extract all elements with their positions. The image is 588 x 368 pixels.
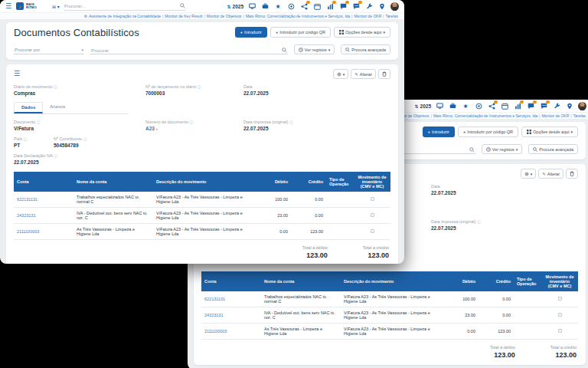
user-avatar[interactable] <box>390 2 399 11</box>
share-network-icon[interactable] <box>300 2 308 10</box>
field-data: Data 22.07.2025 <box>243 84 390 96</box>
apps-grid-selector[interactable]: ⊞ ▾ <box>52 4 60 9</box>
info-icon[interactable]: ⓘ <box>198 84 201 89</box>
chat-bubble-icon[interactable] <box>527 102 534 110</box>
alterar-button[interactable]: ✎ Alterar <box>538 169 564 179</box>
movements-table: Conta Nome da conta Descrição do movimen… <box>201 271 578 340</box>
search-plus-icon <box>533 147 537 152</box>
totals: Total a débito 123.00 Total a crédito 12… <box>201 345 578 359</box>
record-options-button[interactable]: ▾ <box>333 69 349 79</box>
tab-dados[interactable]: Dados <box>14 102 43 113</box>
briefcase-icon[interactable] <box>449 102 456 110</box>
search-icon[interactable] <box>469 147 475 153</box>
quicklinks-bar: ⚙ Assistente de Integração na Contabilid… <box>0 12 404 19</box>
forum-icon[interactable] <box>352 2 360 10</box>
quicklink-empresa[interactable]: Mais Ritmo, Comercialização de Instrumen… <box>246 14 350 18</box>
year-selector[interactable]: ⇅ 2025 <box>415 104 432 109</box>
user-avatar[interactable] <box>578 102 586 110</box>
chat-bubble-icon[interactable] <box>339 2 347 10</box>
share-network-icon[interactable] <box>488 102 495 110</box>
introduzir-button[interactable]: + Introduzir <box>235 27 267 38</box>
notification-badge <box>345 1 349 4</box>
introduzir-qr-button[interactable]: + Introduzir por código QR <box>458 127 518 137</box>
map-pin-icon[interactable] <box>378 2 386 10</box>
total-credito: Total a crédito 123.00 <box>363 245 389 259</box>
procura-avancada-button[interactable]: Procura avançada <box>528 144 578 154</box>
forum-icon[interactable] <box>540 102 547 110</box>
info-icon[interactable]: ⓘ <box>477 219 481 224</box>
delete-button[interactable] <box>378 69 390 79</box>
record-options-button[interactable]: ▾ <box>521 169 537 179</box>
plus-icon: + <box>428 130 430 134</box>
star-icon[interactable]: ★ <box>274 2 282 10</box>
wrench-icon[interactable] <box>553 102 560 110</box>
calendar-icon[interactable] <box>501 102 508 110</box>
chevron-down-icon: ▾ <box>570 130 573 134</box>
ver-registos-button[interactable]: Ver registos ▾ <box>482 144 523 154</box>
field-numero-documento: Número de documento ⓘ A23 › <box>145 120 243 131</box>
target-icon[interactable] <box>475 102 482 110</box>
info-icon[interactable]: ⓘ <box>54 84 57 89</box>
info-icon[interactable]: ⓘ <box>24 136 28 141</box>
global-search-input[interactable] <box>64 4 180 8</box>
quicklink-key-result[interactable]: Monitor de Key Result <box>165 14 202 18</box>
briefcase-icon[interactable] <box>261 2 269 10</box>
search-by-select[interactable]: Procurar por ▾ <box>14 46 84 54</box>
map-pin-icon[interactable] <box>566 102 573 110</box>
ver-registos-button[interactable]: Ver registos ▾ <box>294 44 335 54</box>
delete-button[interactable] <box>566 169 578 179</box>
info-icon[interactable]: ⓘ <box>189 120 193 124</box>
introduzir-button[interactable]: + Introduzir <box>423 127 455 137</box>
record-menu-icon[interactable]: ☰ <box>14 71 20 77</box>
conta-link[interactable]: 622131131 <box>14 194 74 205</box>
plus-icon: + <box>463 130 466 134</box>
star-icon[interactable]: ★ <box>462 102 469 110</box>
conta-link[interactable]: 622131131 <box>201 294 261 304</box>
quicklink-assistente[interactable]: Assistente de Integração na Contabilidad… <box>89 14 161 18</box>
inventory-checkbox[interactable] <box>371 213 374 217</box>
inventory-checkbox[interactable] <box>558 297 562 301</box>
quicklink-empresa[interactable]: Mais Ritmo, Comercialização de Instrumen… <box>433 113 537 118</box>
introduzir-qr-button[interactable]: + Introduzir por código QR <box>270 27 331 38</box>
inventory-checkbox[interactable] <box>558 329 562 333</box>
record-search-input[interactable] <box>91 48 282 53</box>
chevron-down-icon: ▾ <box>516 147 518 152</box>
info-icon[interactable]: ⓘ <box>289 120 293 124</box>
plus-icon: + <box>240 30 243 34</box>
info-icon[interactable]: ⓘ <box>54 153 57 158</box>
tab-anexos[interactable]: Anexos <box>43 102 72 113</box>
chart-icon[interactable] <box>326 2 334 10</box>
quicklink-okr[interactable]: Monitor de OKR <box>354 14 381 18</box>
numero-documento-link[interactable]: A23 › <box>145 126 243 131</box>
search-icon[interactable] <box>282 48 287 53</box>
brand-logo[interactable]: ♪ MAISRITMO <box>16 2 37 10</box>
search-icon[interactable] <box>180 3 185 8</box>
quicklink-tarefas[interactable]: Tarefas <box>386 14 398 18</box>
notification-badge <box>332 1 336 4</box>
monitor-icon[interactable] <box>248 2 256 10</box>
conta-link[interactable]: 2111100003 <box>14 226 74 237</box>
monitor-icon[interactable] <box>436 102 443 110</box>
info-icon[interactable]: ⓘ <box>83 136 87 141</box>
target-icon[interactable] <box>287 2 295 10</box>
wrench-icon[interactable] <box>365 2 373 10</box>
quicklink-tarefas[interactable]: Tarefas <box>573 113 586 118</box>
quicklink-objetivos[interactable]: Monitor de Objetivos <box>207 14 242 18</box>
procura-avancada-button[interactable]: Procura avançada <box>341 44 390 54</box>
year-selector[interactable]: ⇅ 2025 <box>227 4 244 9</box>
conta-link[interactable]: 2111100003 <box>201 326 261 337</box>
chart-icon[interactable] <box>514 102 521 110</box>
info-icon[interactable]: ⓘ <box>37 120 41 124</box>
opcoes-button[interactable]: Opções desde aqui ▾ <box>334 27 390 38</box>
menu-hamburger-icon[interactable]: ☰ <box>5 3 11 10</box>
opcoes-button[interactable]: Opções desde aqui ▾ <box>521 127 578 137</box>
inventory-checkbox[interactable] <box>371 197 374 201</box>
table-row: 2111100003 As Três Vassouras - Limpeza e… <box>201 324 578 340</box>
calendar-icon[interactable] <box>313 2 321 10</box>
inventory-checkbox[interactable] <box>371 229 374 233</box>
quicklink-okr[interactable]: Monitor de OKR <box>541 113 569 118</box>
conta-link[interactable]: 24323131 <box>201 310 261 320</box>
alterar-button[interactable]: ✎ Alterar <box>351 69 376 79</box>
inventory-checkbox[interactable] <box>558 313 562 317</box>
conta-link[interactable]: 24323131 <box>14 210 74 221</box>
